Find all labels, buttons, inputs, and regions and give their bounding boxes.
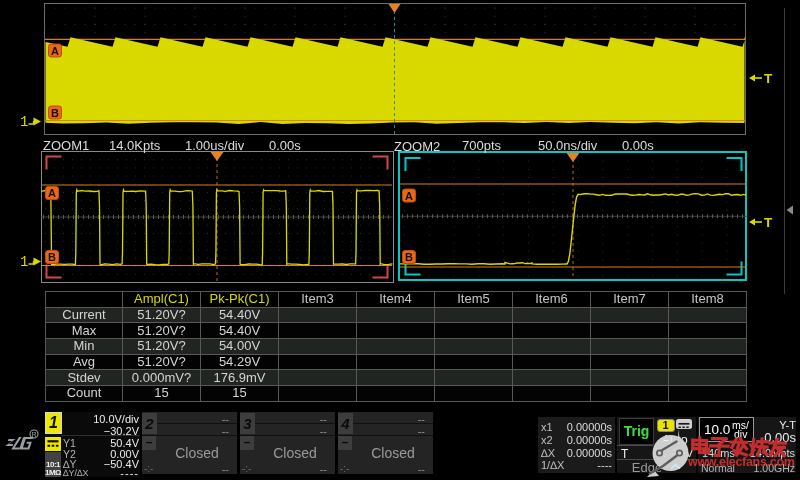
svg-text:T: T bbox=[764, 71, 773, 86]
svg-text:B: B bbox=[51, 107, 59, 119]
svg-text:A: A bbox=[51, 45, 59, 57]
svg-text:T: T bbox=[764, 215, 773, 230]
svg-text:R: R bbox=[31, 431, 36, 438]
svg-text:1: 1 bbox=[20, 254, 28, 270]
svg-text:B: B bbox=[48, 251, 56, 263]
svg-text:A: A bbox=[48, 187, 56, 199]
svg-text:B: B bbox=[405, 251, 413, 263]
svg-text:A: A bbox=[405, 190, 413, 202]
svg-text:1: 1 bbox=[20, 114, 28, 130]
